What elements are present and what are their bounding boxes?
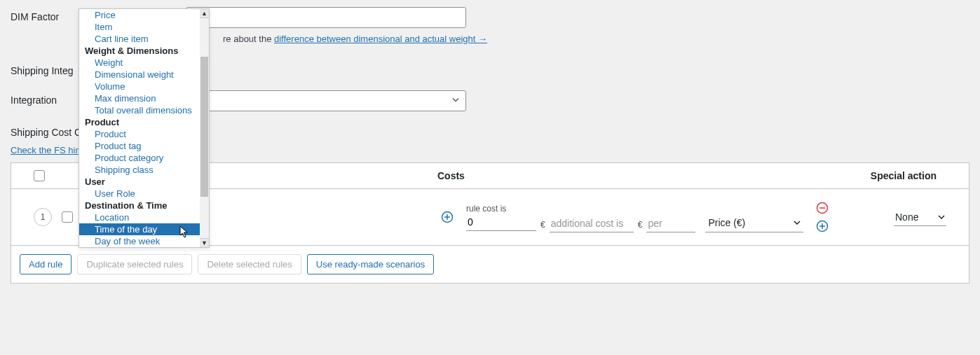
dropdown-item[interactable]: Product bbox=[79, 128, 200, 140]
add-cost-icon[interactable] bbox=[816, 220, 829, 232]
dim-hint: re about the difference between dimensio… bbox=[223, 34, 969, 44]
rules-table-footer: Add rule Duplicate selected rules Delete… bbox=[11, 245, 969, 283]
header-costs: Costs bbox=[437, 170, 465, 181]
chevron-down-icon bbox=[938, 211, 945, 223]
price-basis-value: Price (€) bbox=[708, 217, 745, 228]
additional-cost-input[interactable] bbox=[550, 215, 634, 232]
special-action-value: None bbox=[895, 211, 918, 223]
dropdown-item[interactable]: Price bbox=[79, 9, 200, 21]
duplicate-rules-button: Duplicate selected rules bbox=[77, 254, 192, 274]
dropdown-item[interactable]: Volume bbox=[79, 81, 200, 92]
scenarios-button[interactable]: Use ready-made scenarios bbox=[307, 254, 434, 274]
dropdown-scroll-thumb[interactable] bbox=[200, 57, 208, 197]
dropdown-item[interactable]: Total overall dimensions bbox=[79, 104, 200, 116]
fs-hint-link[interactable]: Check the FS hin bbox=[11, 145, 81, 155]
dropdown-item[interactable]: Shipping class bbox=[79, 164, 200, 176]
currency-symbol-1: € bbox=[540, 220, 545, 230]
dim-factor-input[interactable] bbox=[186, 7, 466, 28]
dim-hint-link[interactable]: difference between dimensional and actua… bbox=[274, 34, 487, 44]
rule-index-badge: 1 bbox=[34, 208, 52, 226]
header-special: Special action bbox=[871, 170, 937, 181]
per-input[interactable] bbox=[646, 215, 695, 232]
dropdown-item[interactable]: Dimensional weight bbox=[79, 69, 200, 81]
rule-cost-label: rule cost is bbox=[466, 204, 536, 214]
condition-dropdown[interactable]: ▲ ▼ PriceItemCart line itemWeight & Dime… bbox=[79, 8, 210, 248]
dropdown-item[interactable]: Day of the week bbox=[79, 235, 200, 247]
dropdown-item[interactable]: Product tag bbox=[79, 140, 200, 152]
dropdown-item[interactable]: Time of the day bbox=[79, 223, 200, 235]
dropdown-item[interactable]: Weight bbox=[79, 57, 200, 69]
dropdown-scroll-up-icon[interactable]: ▲ bbox=[200, 9, 209, 18]
dropdown-item[interactable]: Location bbox=[79, 211, 200, 223]
dropdown-item[interactable]: Item bbox=[79, 21, 200, 33]
dim-hint-text: re about the bbox=[223, 34, 274, 44]
dropdown-item[interactable]: Product category bbox=[79, 152, 200, 164]
add-rule-button[interactable]: Add rule bbox=[20, 254, 72, 274]
dropdown-group-label: Product bbox=[79, 116, 200, 128]
header-checkbox-col bbox=[20, 170, 59, 181]
dropdown-scrollbar[interactable] bbox=[200, 18, 209, 238]
price-basis-select[interactable]: Price (€) bbox=[705, 213, 803, 232]
chevron-down-icon bbox=[794, 217, 801, 228]
dropdown-group-label: User bbox=[79, 176, 200, 188]
dropdown-group-label: Weight & Dimensions bbox=[79, 45, 200, 57]
remove-cost-icon[interactable] bbox=[816, 202, 829, 214]
dropdown-scroll-down-icon[interactable]: ▼ bbox=[200, 238, 209, 247]
chevron-down-icon bbox=[451, 96, 460, 106]
select-all-checkbox[interactable] bbox=[34, 170, 45, 181]
dropdown-group-label: Destination & Time bbox=[79, 200, 200, 211]
add-condition-icon[interactable] bbox=[441, 211, 454, 223]
dropdown-body: PriceItemCart line itemWeight & Dimensio… bbox=[79, 9, 209, 247]
dropdown-item[interactable]: User Role bbox=[79, 188, 200, 200]
rule-checkbox[interactable] bbox=[62, 211, 73, 223]
currency-symbol-2: € bbox=[638, 220, 643, 230]
rule-cost-input[interactable] bbox=[466, 214, 536, 231]
dropdown-item[interactable]: Max dimension bbox=[79, 92, 200, 104]
delete-rules-button: Delete selected rules bbox=[198, 254, 301, 274]
integration-select[interactable] bbox=[186, 90, 466, 111]
special-action-select[interactable]: None bbox=[894, 208, 946, 226]
dropdown-item[interactable]: Cart line item bbox=[79, 33, 200, 45]
